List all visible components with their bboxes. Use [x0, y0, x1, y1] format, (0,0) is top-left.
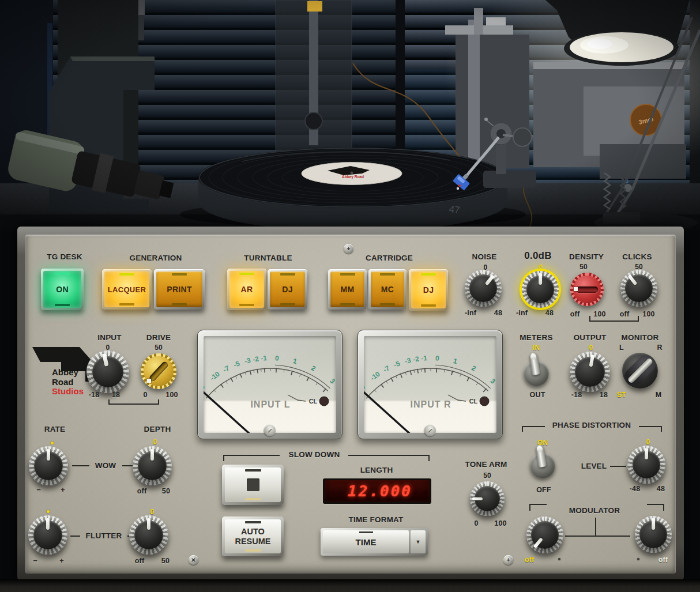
screw-icon: ✕ — [189, 555, 198, 565]
density-knob[interactable] — [570, 273, 604, 306]
bracket-line — [522, 426, 545, 427]
level-top: 0 — [646, 438, 650, 446]
monitor-knob[interactable] — [622, 353, 658, 389]
value-dot — [637, 558, 639, 560]
noise-knob[interactable] — [465, 270, 502, 307]
output-knob[interactable] — [570, 352, 610, 392]
knob-pointer — [628, 275, 637, 286]
drive-top-tick: 50 — [155, 344, 163, 352]
knob-pointer — [147, 518, 150, 530]
connector-line — [565, 536, 630, 537]
drive-label: DRIVE — [146, 333, 171, 342]
bracket-line — [589, 320, 639, 322]
flutter-depth-knob[interactable] — [129, 515, 168, 555]
turntable-dj-button[interactable]: DJ — [268, 269, 307, 310]
output-top-tick: 0 — [589, 344, 593, 352]
tg-desk-on-button[interactable]: ON — [41, 269, 84, 310]
wow-rate-knob[interactable] — [29, 446, 68, 485]
value-dot — [51, 442, 54, 444]
readout-max: 48 — [545, 309, 554, 317]
cartridge-dj-button[interactable]: DJ — [409, 269, 448, 311]
flutter-depth-top: 0 — [150, 508, 155, 516]
bracket-line — [529, 504, 547, 505]
input-max: 18 — [112, 391, 120, 399]
noise-level-knob[interactable] — [522, 271, 559, 308]
wow-rate-max: + — [61, 486, 65, 494]
monitor-r: R — [657, 344, 662, 352]
tone-arm-knob[interactable] — [470, 481, 505, 516]
generation-print-button[interactable]: PRINT — [154, 269, 205, 310]
tone-arm-label: TONE ARM — [465, 460, 507, 469]
density-label: DENSITY — [569, 252, 604, 261]
wow-depth-knob[interactable] — [133, 446, 172, 485]
monitor-l: L — [619, 344, 624, 352]
phase-distortion-toggle[interactable] — [530, 453, 555, 478]
density-max: 100 — [593, 310, 605, 318]
knob-pointer — [533, 538, 543, 548]
clicks-knob[interactable] — [620, 270, 657, 307]
flutter-depth-min: off — [135, 557, 145, 565]
auto-resume-button[interactable]: AUTO RESUME — [222, 516, 284, 556]
level-knob[interactable] — [627, 446, 665, 484]
meters-out-label: OUT — [530, 391, 545, 399]
connector-line — [70, 536, 80, 537]
brand-line2: Road — [52, 378, 84, 387]
readout-top-tick: 0 — [539, 263, 543, 272]
knob-pointer — [46, 518, 50, 530]
slow-down-title: SLOW DOWN — [289, 450, 340, 459]
cartridge-mm-button[interactable]: MM — [328, 269, 367, 310]
monitor-st: ST — [617, 391, 626, 399]
wow-depth-min: off — [137, 487, 147, 495]
connector-line — [72, 465, 89, 466]
bracket-line — [529, 504, 530, 511]
density-top-tick: 50 — [579, 263, 588, 271]
bracket-line — [108, 399, 110, 404]
input-knob[interactable] — [86, 350, 129, 393]
flutter-rate-knob[interactable] — [28, 515, 67, 555]
wow-label: WOW — [95, 461, 116, 470]
bracket-line — [108, 404, 159, 405]
modulator-left-knob[interactable] — [526, 516, 563, 553]
turntable-ar-button[interactable]: AR — [227, 269, 266, 310]
output-min: -18 — [571, 391, 582, 399]
time-format-value[interactable]: TIME — [323, 530, 409, 553]
output-label: OUTPUT — [574, 333, 607, 342]
length-display[interactable]: 12.000 — [323, 478, 431, 504]
vu-meter-left: -20-10-7-5-3-2-10123 INPUT L CL / — [197, 330, 343, 439]
knob-pointer — [645, 448, 648, 460]
drive-max: 100 — [165, 391, 178, 399]
wow-depth-max: 50 — [162, 487, 170, 495]
length-value: 12.000 — [348, 482, 412, 500]
chevron-down-icon[interactable]: ▼ — [411, 530, 426, 553]
generation-lacquer-button[interactable]: LACQUER — [102, 269, 152, 310]
length-label: LENGTH — [360, 466, 393, 474]
readout-min: -inf — [516, 309, 528, 317]
screw-icon: + — [344, 244, 353, 254]
knob-pointer — [472, 497, 483, 500]
time-format-label: TIME FORMAT — [349, 515, 404, 524]
meters-toggle[interactable] — [524, 361, 549, 386]
drive-min: 0 — [143, 391, 147, 399]
bracket-line — [589, 316, 590, 320]
time-format-dropdown[interactable]: TIME ▼ — [321, 528, 428, 556]
drive-knob[interactable] — [141, 353, 176, 389]
bracket-line — [223, 455, 280, 456]
connector-line — [122, 465, 134, 466]
tone-arm-top: 50 — [483, 472, 491, 480]
cartridge-mc-button[interactable]: MC — [368, 269, 407, 310]
value-dot — [47, 510, 50, 513]
brand-line1: Abbey — [52, 368, 84, 378]
clicks-max: 100 — [642, 310, 654, 318]
bracket-line — [638, 316, 639, 320]
slow-down-stop-button[interactable] — [222, 465, 284, 505]
vu-meter-right: -20-10-7-5-3-2-10123 INPUT R CL / — [357, 330, 503, 439]
bracket-line — [348, 455, 430, 456]
cartridge-label: CARTRIDGE — [366, 254, 413, 262]
tg-desk-label: TG DESK — [47, 252, 82, 261]
auto-resume-line2: RESUME — [235, 537, 270, 546]
modulator-right-knob[interactable] — [635, 516, 672, 553]
knob-pointer — [102, 353, 108, 367]
turntable-label: TURNTABLE — [244, 254, 292, 262]
output-max: 18 — [600, 391, 608, 399]
tg-desk-on-face[interactable]: ON — [43, 271, 81, 308]
